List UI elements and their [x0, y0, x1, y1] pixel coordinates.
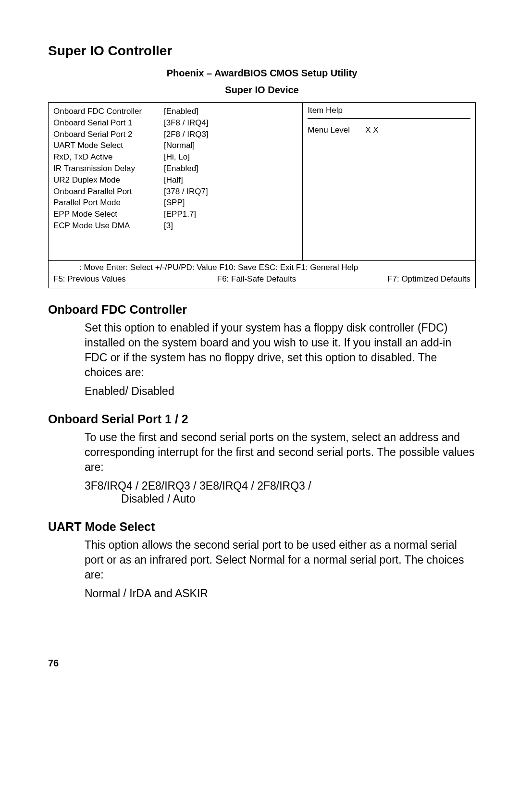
bios-nav-f7: F7: Optimized Defaults [387, 274, 470, 284]
bios-setting-value: [Normal] [164, 140, 297, 151]
bios-setting-value: [2F8 / IRQ3] [164, 129, 297, 140]
bios-help-title: Item Help [308, 106, 470, 115]
bios-panel: Onboard FDC Controller[Enabled] Onboard … [48, 102, 476, 288]
bios-setting-row: Onboard Serial Port 1[3F8 / IRQ4] [53, 117, 297, 129]
desc-body-uart: This option allows the second serial por… [85, 538, 476, 582]
bios-subtitle: Super IO Device [48, 85, 476, 96]
bios-setting-label: Parallel Port Mode [53, 197, 164, 209]
bios-setting-value: [Hi, Lo] [164, 151, 297, 163]
desc-body-fdc: Set this option to enabled if your syste… [85, 320, 476, 380]
bios-setting-label: RxD, TxD Active [53, 151, 164, 163]
bios-help-separator [308, 118, 470, 119]
bios-setting-label: IR Transmission Delay [53, 163, 164, 174]
document-page: Super IO Controller Phoenix – AwardBIOS … [0, 0, 519, 688]
bios-setting-value: [Half] [164, 174, 297, 186]
bios-nav-f6: F6: Fail-Safe Defaults [217, 274, 296, 284]
desc-heading-serial: Onboard Serial Port 1 / 2 [48, 412, 476, 426]
bios-setting-row: UART Mode Select[Normal] [53, 140, 297, 151]
desc-body-serial: To use the first and second serial ports… [85, 430, 476, 475]
page-number: 76 [48, 658, 476, 669]
bios-setting-row: IR Transmission Delay[Enabled] [53, 163, 297, 174]
bios-setting-row: ECP Mode Use DMA[3] [53, 220, 297, 232]
desc-heading-fdc: Onboard FDC Controller [48, 303, 476, 317]
desc-choice-serial: 3F8/IRQ4 / 2E8/IRQ3 / 3E8/IRQ4 / 2F8/IRQ… [85, 480, 476, 492]
bios-nav-footer: : Move Enter: Select +/-/PU/PD: Value F1… [49, 260, 475, 288]
desc-heading-uart: UART Mode Select [48, 520, 476, 534]
bios-setting-value: [3] [164, 220, 297, 232]
bios-menu-level-value: X X [365, 125, 378, 135]
bios-setting-label: Onboard FDC Controller [53, 106, 164, 117]
bios-setting-value: [378 / IRQ7] [164, 186, 297, 197]
bios-setting-row: Parallel Port Mode[SPP] [53, 197, 297, 209]
bios-menu-level-row: Menu Level X X [308, 125, 470, 135]
bios-setting-row: Onboard FDC Controller[Enabled] [53, 106, 297, 117]
bios-setting-row: RxD, TxD Active[Hi, Lo] [53, 151, 297, 163]
bios-settings-list: Onboard FDC Controller[Enabled] Onboard … [49, 103, 303, 260]
desc-choice-uart: Normal / IrDA and ASKIR [85, 587, 476, 600]
bios-title: Phoenix – AwardBIOS CMOS Setup Utility [48, 66, 476, 80]
bios-setting-label: Onboard Serial Port 1 [53, 117, 164, 129]
bios-setting-value: [Enabled] [164, 106, 297, 117]
bios-setting-value: [EPP1.7] [164, 209, 297, 220]
bios-setting-value: [Enabled] [164, 163, 297, 174]
bios-setting-row: Onboard Serial Port 2[2F8 / IRQ3] [53, 129, 297, 140]
bios-menu-level-label: Menu Level [308, 125, 365, 135]
bios-setting-label: Onboard Parallel Port [53, 186, 164, 197]
bios-setting-label: ECP Mode Use DMA [53, 220, 164, 232]
bios-setting-label: EPP Mode Select [53, 209, 164, 220]
bios-nav-f5: F5: Previous Values [53, 274, 126, 284]
desc-choice-serial-line2: Disabled / Auto [121, 492, 476, 505]
bios-nav-keys: : Move Enter: Select +/-/PU/PD: Value F1… [79, 263, 470, 272]
bios-setting-row: UR2 Duplex Mode[Half] [53, 174, 297, 186]
bios-setting-label: UR2 Duplex Mode [53, 174, 164, 186]
bios-setting-value: [3F8 / IRQ4] [164, 117, 297, 129]
bios-help-panel: Item Help Menu Level X X [303, 103, 475, 260]
desc-choice-fdc: Enabled/ Disabled [85, 385, 476, 398]
bios-setting-row: Onboard Parallel Port[378 / IRQ7] [53, 186, 297, 197]
bios-setting-label: UART Mode Select [53, 140, 164, 151]
bios-setting-value: [SPP] [164, 197, 297, 209]
section-title: Super IO Controller [48, 43, 476, 59]
bios-setting-label: Onboard Serial Port 2 [53, 129, 164, 140]
bios-setting-row: EPP Mode Select[EPP1.7] [53, 209, 297, 220]
